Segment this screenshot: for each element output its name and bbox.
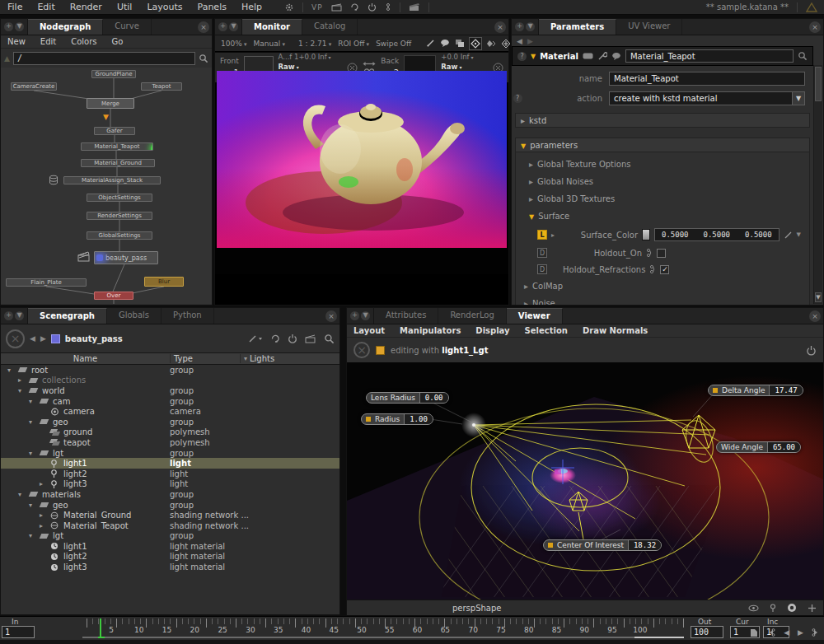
nodegraph-menu-item[interactable]: Colors bbox=[64, 36, 103, 47]
close-panel-icon[interactable] bbox=[198, 21, 209, 33]
target-icon[interactable] bbox=[500, 38, 512, 49]
scenegraph-row[interactable]: ▾ lgt group bbox=[1, 531, 339, 542]
graph-node[interactable]: Teapot bbox=[141, 82, 182, 91]
parameters-tab[interactable]: Parameters bbox=[539, 19, 616, 35]
scenegraph-tab[interactable]: Scenegraph bbox=[28, 308, 107, 324]
scenegraph-row[interactable]: ▸ collections bbox=[1, 376, 339, 386]
power-icon[interactable] bbox=[368, 2, 377, 12]
color-swatch[interactable] bbox=[642, 229, 650, 240]
flipbook-icon[interactable] bbox=[749, 628, 758, 637]
swipe-toggle[interactable]: Swipe Off bbox=[373, 39, 414, 49]
comment-icon[interactable] bbox=[611, 52, 621, 61]
manipulator-value-pill[interactable]: Lens Radius 0.00 bbox=[366, 392, 449, 404]
pane-menu-icon[interactable]: ▼ bbox=[361, 311, 370, 320]
default-badge[interactable]: D bbox=[537, 264, 547, 274]
scenegraph-row[interactable]: light2 light material bbox=[1, 552, 339, 562]
playhead[interactable] bbox=[100, 618, 101, 637]
camera-name-label[interactable]: perspShape bbox=[452, 604, 501, 613]
viewer-tab[interactable]: Attributes bbox=[374, 308, 438, 324]
viewer-menu-item[interactable]: Layout bbox=[347, 325, 391, 336]
pane-split-icon[interactable]: + bbox=[350, 311, 359, 320]
exposure-value[interactable]: 1+0.0 bbox=[294, 53, 316, 61]
action-param-select[interactable]: create with kstd material bbox=[609, 91, 805, 105]
nodegraph-menu-item[interactable]: New bbox=[1, 36, 32, 47]
scenegraph-row[interactable]: ▾ world group bbox=[1, 385, 339, 396]
graph-node[interactable]: Merge bbox=[87, 98, 134, 109]
monitor-tab[interactable]: Monitor bbox=[242, 19, 302, 35]
step-back-icon[interactable]: ◀ bbox=[784, 628, 789, 637]
scenegraph-row[interactable]: ▾ materials group bbox=[1, 489, 339, 500]
scroll-down-icon[interactable]: ▼ bbox=[815, 292, 822, 302]
scenegraph-row[interactable]: ▸ Material_Ground shading network ... bbox=[1, 510, 339, 520]
scenegraph-row[interactable]: ▸ Material_Teapot shading network ... bbox=[1, 520, 339, 531]
refresh-icon[interactable] bbox=[270, 334, 280, 343]
roi-dropdown[interactable]: ROI Off bbox=[335, 39, 372, 49]
scenegraph-row[interactable]: light1 light material bbox=[1, 541, 339, 552]
comment-icon[interactable] bbox=[439, 38, 451, 49]
pen-icon[interactable] bbox=[784, 231, 793, 240]
column-header-type[interactable]: Type bbox=[170, 354, 240, 363]
manipulator-value-pill[interactable]: Wide Angle 65.00 bbox=[716, 441, 801, 453]
keyframe-icon[interactable] bbox=[385, 2, 391, 12]
pane-split-icon[interactable]: + bbox=[218, 22, 227, 31]
aperture-icon[interactable] bbox=[787, 603, 797, 613]
scenegraph-tab[interactable]: Globals bbox=[107, 308, 162, 324]
search-icon[interactable] bbox=[199, 54, 208, 63]
scenegraph-row[interactable]: ▸ light3 light bbox=[1, 479, 339, 490]
graph-node[interactable]: GlobalSettings bbox=[87, 231, 152, 240]
menu-item[interactable]: Edit bbox=[30, 0, 62, 14]
nodegraph-canvas[interactable]: GroundPlaneCameraCreateTeapotMergeGaferM… bbox=[1, 68, 212, 304]
clear-scenegraph-icon[interactable] bbox=[6, 329, 25, 348]
expander-icon[interactable]: ▾ bbox=[18, 387, 26, 394]
graph-node[interactable]: beauty_pass bbox=[94, 251, 158, 264]
column-header-name[interactable]: Name bbox=[1, 354, 170, 363]
power-icon[interactable] bbox=[806, 345, 817, 356]
name-param-field[interactable]: Material_Teapot bbox=[609, 72, 805, 86]
close-panel-icon[interactable] bbox=[325, 310, 337, 322]
history-back-icon[interactable]: ◀ bbox=[517, 37, 522, 45]
ratio-dropdown[interactable]: 1 : 2.71 bbox=[296, 39, 334, 49]
scenegraph-row[interactable]: ▾ root group bbox=[1, 365, 339, 376]
scenegraph-row[interactable]: light2 light bbox=[1, 469, 339, 479]
nodegraph-tab[interactable]: Nodegraph bbox=[28, 19, 103, 35]
warning-icon[interactable] bbox=[806, 2, 817, 12]
scenegraph-row[interactable]: ground polymesh bbox=[1, 427, 339, 438]
swap-buffers-icon[interactable] bbox=[363, 61, 376, 67]
scenegraph-row[interactable]: light1 light bbox=[1, 458, 339, 469]
noise-group-row[interactable]: Noise bbox=[516, 295, 809, 305]
history-forward-icon[interactable]: ▶ bbox=[527, 37, 533, 45]
menu-item[interactable]: Layouts bbox=[139, 0, 190, 14]
help-icon[interactable]: ? bbox=[513, 94, 522, 103]
graph-node[interactable]: Flain_Plate bbox=[6, 278, 87, 287]
out-frame-field[interactable] bbox=[691, 626, 723, 638]
menu-item[interactable]: File bbox=[0, 0, 30, 14]
surface-group-row[interactable]: Surface bbox=[516, 208, 809, 225]
holdout-refractions-checkbox[interactable]: ✓ bbox=[660, 265, 669, 274]
back-view-transform-dropdown[interactable]: Raw bbox=[441, 63, 461, 71]
menu-item[interactable]: Panels bbox=[190, 0, 234, 14]
value-state-icon[interactable] bbox=[646, 248, 653, 258]
expander-icon[interactable]: ▾ bbox=[29, 502, 36, 509]
history-forward-icon[interactable]: ▶ bbox=[40, 334, 46, 343]
visibility-icon[interactable] bbox=[748, 604, 759, 612]
node-name-field[interactable]: Material_Teapot bbox=[625, 49, 794, 63]
zoom-dropdown[interactable]: 100% bbox=[218, 39, 249, 49]
pane-menu-icon[interactable]: ▼ bbox=[15, 22, 24, 31]
viewer-tab[interactable]: RenderLog bbox=[438, 308, 506, 324]
close-panel-icon[interactable] bbox=[809, 310, 821, 322]
column-header-lights[interactable]: Lights bbox=[240, 354, 274, 363]
expander-icon[interactable]: ▾ bbox=[29, 532, 36, 539]
search-icon[interactable] bbox=[324, 334, 335, 344]
expander-icon[interactable]: ▾ bbox=[29, 450, 36, 457]
graph-node[interactable]: GroundPlane bbox=[91, 70, 136, 78]
scrollbar-thumb[interactable] bbox=[815, 67, 822, 101]
parameters-tab[interactable]: UV Viewer bbox=[616, 19, 682, 35]
prev-keyframe-icon[interactable] bbox=[766, 628, 775, 637]
vp-toggle[interactable]: VP bbox=[311, 3, 323, 12]
param-group-row[interactable]: Global Noises bbox=[516, 173, 809, 190]
clear-manipulator-icon[interactable] bbox=[353, 342, 370, 358]
collapse-node-icon[interactable] bbox=[531, 53, 536, 60]
close-panel-icon[interactable] bbox=[809, 21, 821, 33]
holdout-on-checkbox[interactable] bbox=[657, 249, 666, 258]
pane-split-icon[interactable]: + bbox=[4, 22, 13, 31]
